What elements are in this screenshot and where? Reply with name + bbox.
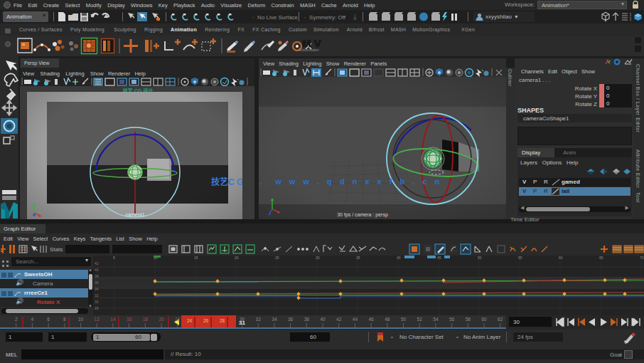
svg-text:20: 20 <box>159 317 164 322</box>
svg-text:32: 32 <box>95 293 99 298</box>
svg-text:34: 34 <box>95 287 99 291</box>
svg-text:28: 28 <box>220 318 225 323</box>
svg-text:40: 40 <box>397 256 401 260</box>
svg-text:40: 40 <box>95 268 99 272</box>
svg-text:14: 14 <box>110 317 116 322</box>
svg-text:44: 44 <box>353 317 358 322</box>
svg-text:4: 4 <box>31 317 34 322</box>
svg-text:60: 60 <box>481 317 487 322</box>
svg-text:16: 16 <box>127 317 132 322</box>
svg-text:2: 2 <box>15 317 18 322</box>
svg-text:20: 20 <box>235 256 239 260</box>
svg-text:18: 18 <box>143 317 149 322</box>
svg-text:54: 54 <box>433 317 439 322</box>
svg-text:46: 46 <box>368 317 374 322</box>
svg-text:56: 56 <box>449 317 455 322</box>
svg-text:65: 65 <box>599 256 603 260</box>
svg-text:30: 30 <box>95 300 99 304</box>
svg-text:22: 22 <box>175 317 181 322</box>
svg-text:42: 42 <box>95 261 99 265</box>
svg-text:Stats: Stats <box>50 246 63 253</box>
svg-text:34: 34 <box>272 317 277 322</box>
svg-text:28: 28 <box>95 306 99 310</box>
svg-text:42: 42 <box>336 317 342 322</box>
svg-text:12: 12 <box>95 317 100 322</box>
svg-text:8: 8 <box>63 317 66 322</box>
svg-text:52: 52 <box>417 317 423 322</box>
svg-text:38: 38 <box>304 317 310 322</box>
svg-text:70: 70 <box>640 256 644 260</box>
svg-text:40: 40 <box>320 317 326 322</box>
svg-text:5: 5 <box>113 256 115 260</box>
svg-text:24: 24 <box>187 318 193 323</box>
svg-text:36: 36 <box>95 280 99 285</box>
svg-text:55: 55 <box>518 256 522 260</box>
svg-text:35: 35 <box>356 256 360 260</box>
svg-text:25: 25 <box>275 256 279 260</box>
svg-text:31: 31 <box>239 320 245 326</box>
svg-text:58: 58 <box>466 317 471 322</box>
svg-text:15: 15 <box>194 256 198 260</box>
svg-text:50: 50 <box>401 317 407 322</box>
svg-text:60: 60 <box>559 256 563 260</box>
svg-text:38: 38 <box>95 274 99 278</box>
svg-text:10: 10 <box>78 317 84 322</box>
svg-text:26: 26 <box>203 318 209 323</box>
svg-text:62: 62 <box>498 317 503 322</box>
svg-text:48: 48 <box>385 317 390 322</box>
svg-text:6: 6 <box>47 317 50 322</box>
svg-text:30: 30 <box>316 256 320 260</box>
svg-text:32: 32 <box>256 317 262 322</box>
svg-text:45: 45 <box>437 256 441 260</box>
svg-text:50: 50 <box>478 256 482 260</box>
svg-text:36: 36 <box>288 317 294 322</box>
